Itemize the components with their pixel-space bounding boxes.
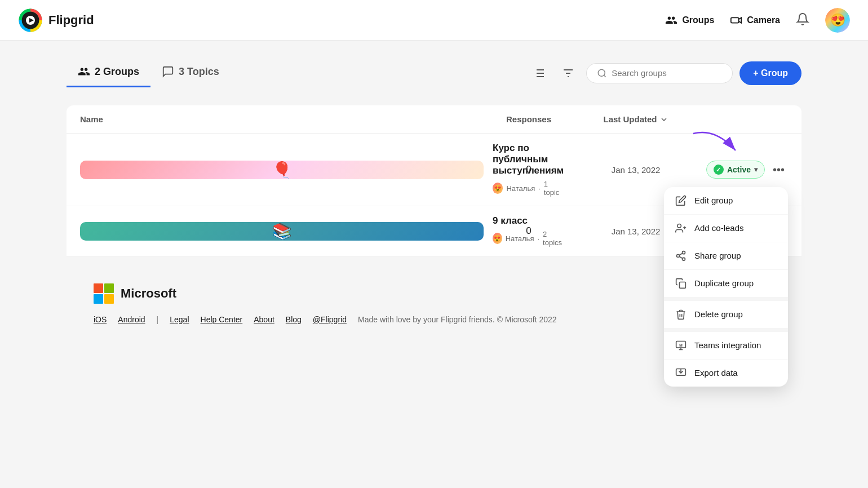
col-responses: Responses — [484, 114, 574, 124]
check-icon-1: ✓ — [714, 165, 724, 175]
col-actions — [698, 114, 788, 124]
navbar-brand: Flipgrid — [18, 8, 94, 33]
avatar-button[interactable]: 😍 — [825, 8, 850, 33]
group-name-2[interactable]: 9 класс — [493, 215, 564, 227]
tab-topics[interactable]: 3 Topics — [150, 59, 231, 87]
status-chevron-1: ▾ — [754, 166, 758, 174]
tabs-actions: + Group — [528, 61, 801, 85]
group-row-1: 🎈 Курс по публичным выступлениям 😍 Натал… — [67, 134, 801, 206]
ms-tile-red — [94, 283, 103, 293]
col-last-updated[interactable]: Last Updated — [574, 114, 698, 124]
more-button-1[interactable]: ••• — [769, 160, 788, 180]
footer-link-about[interactable]: About — [254, 315, 274, 324]
svg-line-24 — [679, 256, 683, 258]
search-input[interactable] — [612, 68, 722, 78]
microsoft-wordmark: Microsoft — [121, 286, 176, 301]
camera-icon — [730, 14, 742, 26]
footer-link-android[interactable]: Android — [118, 315, 145, 324]
navbar-actions: Groups Camera 😍 — [665, 8, 850, 33]
search-icon — [597, 68, 607, 78]
person-plus-icon — [675, 223, 687, 234]
list-view-button[interactable] — [528, 62, 550, 85]
responses-2: 0 — [484, 225, 574, 237]
groups-tab-icon — [78, 65, 90, 78]
footer-link-blog[interactable]: Blog — [286, 315, 302, 324]
add-group-label: + Group — [753, 68, 788, 78]
groups-icon — [665, 14, 677, 26]
meta-avatar-1: 😍 — [493, 183, 503, 194]
export-icon — [675, 367, 687, 379]
meta-user-1: Наталья — [506, 184, 535, 193]
dropdown-add-co-leads[interactable]: Add co-leads — [664, 215, 788, 242]
group-meta-1: 😍 Наталья · 1 topic — [493, 180, 564, 197]
responses-1: 0 — [484, 164, 574, 175]
trash-icon — [675, 309, 687, 320]
status-badge-1[interactable]: ✓ Active ▾ — [706, 161, 765, 179]
svg-point-23 — [683, 258, 685, 260]
meta-topics-1: 1 topic — [544, 180, 564, 197]
tabs-container: 2 Groups 3 Topics — [67, 59, 231, 87]
actions-1: ✓ Active ▾ ••• Edit group — [698, 160, 788, 180]
camera-nav-item[interactable]: Camera — [730, 14, 780, 26]
group-cell-1: 🎈 Курс по публичным выступлениям 😍 Натал… — [80, 143, 484, 197]
ms-tile-blue — [94, 294, 103, 304]
date-1: Jan 13, 2022 — [574, 165, 698, 175]
teams-icon — [675, 340, 687, 351]
dropdown-menu: Edit group Add co-leads — [664, 187, 788, 387]
svg-line-16 — [604, 75, 606, 77]
share-icon — [675, 250, 687, 261]
dropdown-teams-integration[interactable]: Teams integration — [664, 332, 788, 360]
group-cell-2: 📚 9 класс 😍 Наталья · 2 topics — [80, 215, 484, 247]
dropdown-edit-group[interactable]: Edit group — [664, 187, 788, 215]
svg-rect-27 — [676, 341, 686, 348]
ms-tile-yellow — [104, 294, 114, 304]
tab-groups[interactable]: 2 Groups — [67, 59, 150, 87]
user-avatar: 😍 — [825, 8, 850, 33]
dropdown-delete-group[interactable]: Delete group — [664, 301, 788, 329]
footer-link-ios[interactable]: iOS — [94, 315, 107, 324]
footer-copyright: Made with love by your Flipgrid friends.… — [358, 315, 557, 324]
ms-tile-green — [104, 283, 114, 293]
dropdown-export-data[interactable]: Export data — [664, 360, 788, 387]
footer-link-legal[interactable]: Legal — [170, 315, 189, 324]
notification-button[interactable] — [796, 12, 809, 28]
status-label-1: Active — [727, 165, 751, 174]
navbar: Flipgrid Groups Camera 😍 — [0, 0, 868, 41]
camera-nav-label: Camera — [747, 15, 780, 25]
ms-grid-icon — [94, 283, 114, 304]
svg-rect-5 — [731, 17, 739, 23]
filter-button[interactable] — [557, 62, 579, 85]
groups-nav-label: Groups — [682, 15, 714, 25]
dropdown-share-group[interactable]: Share group — [664, 242, 788, 270]
table-row: 🎈 Курс по публичным выступлениям 😍 Натал… — [67, 134, 801, 206]
groups-nav-item[interactable]: Groups — [665, 14, 714, 26]
svg-point-22 — [677, 254, 680, 257]
tab-groups-label: 2 Groups — [95, 66, 139, 78]
pencil-icon — [675, 195, 687, 206]
app-name: Flipgrid — [48, 13, 94, 28]
add-group-button[interactable]: + Group — [739, 61, 801, 85]
list-view-icon — [532, 66, 546, 80]
search-box — [586, 63, 733, 83]
filter-icon — [561, 66, 575, 80]
svg-point-18 — [677, 224, 681, 228]
topics-tab-icon — [162, 65, 174, 78]
bell-icon — [796, 12, 809, 26]
svg-rect-26 — [680, 282, 686, 288]
svg-point-15 — [598, 69, 605, 76]
tabs-row: 2 Groups 3 Topics — [67, 59, 801, 87]
sort-icon — [659, 115, 668, 124]
groups-table: Name Responses Last Updated — [67, 105, 801, 256]
svg-line-25 — [679, 253, 683, 255]
main-content: 2 Groups 3 Topics — [39, 41, 829, 356]
footer-link-flipgrid[interactable]: @Flipgrid — [313, 315, 347, 324]
group-thumbnail-1: 🎈 — [80, 161, 484, 179]
svg-point-21 — [683, 251, 685, 254]
footer-sep: | — [157, 315, 159, 324]
dropdown-duplicate-group[interactable]: Duplicate group — [664, 270, 788, 298]
footer-link-help[interactable]: Help Center — [201, 315, 243, 324]
group-thumbnail-2: 📚 — [80, 222, 484, 241]
flipgrid-logo-icon[interactable] — [18, 8, 43, 33]
copy-icon — [675, 278, 687, 289]
col-name: Name — [80, 114, 484, 124]
